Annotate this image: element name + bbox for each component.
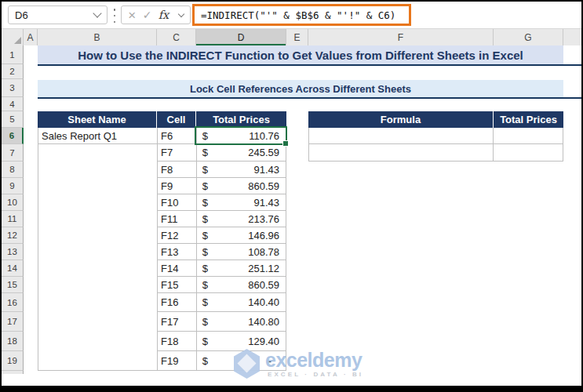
column-header-g[interactable]: G: [494, 29, 563, 45]
drag-dots-icon: [112, 9, 117, 23]
table-row: F14 $251.12: [158, 260, 286, 277]
row-header-6[interactable]: 6: [2, 128, 24, 144]
row-header-19[interactable]: 19: [2, 351, 24, 371]
row-header-15[interactable]: 15: [2, 277, 24, 293]
column-header-b[interactable]: B: [38, 29, 157, 45]
row-header-1[interactable]: 1: [2, 45, 24, 64]
price-value: 251.12: [248, 263, 279, 274]
cell-ref[interactable]: F19: [158, 351, 197, 371]
select-all-corner[interactable]: [2, 29, 24, 45]
cell-ref[interactable]: F12: [158, 227, 197, 244]
row-header-16[interactable]: 16: [2, 293, 24, 312]
currency-symbol: $: [202, 316, 208, 328]
table-row: F7 $245.59: [158, 144, 286, 162]
row-header-14[interactable]: 14: [2, 260, 24, 277]
cell-ref[interactable]: F9: [158, 178, 197, 194]
table1-header: Sheet Name Cell Total Prices: [38, 111, 286, 128]
cell-sheet-name[interactable]: Sales Report Q1: [38, 128, 157, 144]
name-box[interactable]: D6: [8, 5, 107, 24]
cell-price-empty[interactable]: [494, 144, 563, 162]
title-underline: [38, 64, 581, 66]
currency-symbol: $: [202, 197, 208, 209]
table-row: F16 $140.40: [158, 293, 286, 312]
currency-symbol: $: [202, 130, 208, 142]
price-value: 108.78: [248, 246, 279, 258]
insert-function-icon[interactable]: fx: [159, 9, 169, 21]
row-header-18[interactable]: 18: [2, 332, 24, 351]
cell-ref[interactable]: F18: [158, 332, 197, 351]
row-header-13[interactable]: 13: [2, 244, 24, 260]
cell-price[interactable]: $245.59: [197, 144, 286, 162]
table2-header-total-prices[interactable]: Total Prices: [494, 111, 563, 128]
sheet-name-column: Sales Report Q1: [38, 128, 157, 371]
table-row: F12 $146.96: [158, 227, 286, 244]
cell-price[interactable]: $91.43: [197, 194, 286, 211]
row-header-11[interactable]: 11: [2, 211, 24, 227]
cell-price[interactable]: $110.76: [197, 128, 286, 144]
row-header-17[interactable]: 17: [2, 312, 24, 332]
row-header-9[interactable]: 9: [2, 178, 24, 194]
column-header-e[interactable]: E: [286, 29, 308, 45]
cell-price[interactable]: $251.12: [197, 260, 286, 277]
column-header-f[interactable]: F: [308, 29, 494, 45]
cell-ref[interactable]: F10: [158, 194, 197, 211]
chevron-down-icon[interactable]: [93, 9, 101, 17]
cell-price[interactable]: $860.59: [197, 277, 286, 293]
cell-formula-empty[interactable]: [309, 128, 494, 144]
cell-price[interactable]: $146.96: [197, 227, 286, 244]
column-header-c[interactable]: C: [157, 29, 196, 45]
cell-ref[interactable]: F17: [158, 312, 197, 332]
enter-icon[interactable]: ✓: [143, 9, 152, 20]
cell-ref[interactable]: F7: [158, 144, 197, 162]
formula-bar: D6 × ✓ fx =INDIRECT("'" & $B$6 & "'!" & …: [2, 2, 581, 28]
cell-ref[interactable]: F8: [158, 162, 197, 178]
price-value: 146.96: [248, 230, 279, 241]
column-header-partial[interactable]: [563, 29, 581, 45]
cell-price[interactable]: $108.78: [197, 244, 286, 260]
table-row: [309, 144, 563, 162]
row-header-5[interactable]: 5: [2, 111, 24, 128]
cell-price[interactable]: $-: [197, 351, 286, 371]
cell-ref[interactable]: F6: [158, 128, 197, 144]
cell-formula-empty[interactable]: [309, 144, 494, 162]
name-box-value: D6: [15, 9, 94, 21]
row-header-7[interactable]: 7: [2, 144, 24, 162]
column-header-d[interactable]: D: [196, 29, 286, 45]
formula-input[interactable]: =INDIRECT("'" & $B$6 & "'!" & C6): [192, 4, 411, 26]
table-row: F6 $110.76: [158, 128, 286, 144]
cell-ref[interactable]: F13: [158, 244, 197, 260]
cell-price[interactable]: $213.76: [197, 211, 286, 227]
cell-price[interactable]: $860.59: [197, 178, 286, 194]
table-row: F17 $140.80: [158, 312, 286, 332]
cell-ref[interactable]: F15: [158, 277, 197, 293]
cell-price-empty[interactable]: [494, 128, 563, 144]
row-header-10[interactable]: 10: [2, 194, 24, 211]
row-header-strip: 1 2 3 4 5 6 7 8 9 10 11 12 13 14 15 16 1…: [2, 45, 24, 374]
row-header-4[interactable]: 4: [2, 97, 24, 111]
cell-price[interactable]: $129.40: [197, 332, 286, 351]
row-header-8[interactable]: 8: [2, 162, 24, 178]
price-value: 140.40: [248, 296, 279, 308]
table2-body: [308, 128, 563, 162]
table1-header-sheet-name[interactable]: Sheet Name: [38, 111, 157, 128]
cell-price[interactable]: $91.43: [197, 162, 286, 178]
currency-symbol: $: [202, 213, 208, 225]
table1-header-cell[interactable]: Cell: [157, 111, 196, 128]
watermark-tagline: EXCEL · DATA · BI: [265, 372, 363, 378]
cell-ref[interactable]: F11: [158, 211, 197, 227]
table1-header-total-prices[interactable]: Total Prices: [196, 111, 286, 128]
row-header-3[interactable]: 3: [2, 79, 24, 97]
cell-price[interactable]: $140.40: [197, 293, 286, 312]
cell-ref[interactable]: F16: [158, 293, 197, 312]
column-header-a[interactable]: A: [24, 29, 38, 45]
cell-ref[interactable]: F14: [158, 260, 197, 277]
table2-header-formula[interactable]: Formula: [308, 111, 494, 128]
table-row: F18 $129.40: [158, 332, 286, 351]
row-header-12[interactable]: 12: [2, 227, 24, 244]
cancel-icon[interactable]: ×: [128, 9, 136, 22]
price-value: 245.59: [248, 147, 279, 158]
row-header-2[interactable]: 2: [2, 64, 24, 79]
cell-price[interactable]: $140.80: [197, 312, 286, 332]
chevron-down-icon[interactable]: [177, 10, 184, 16]
frame-bottom: [0, 386, 583, 392]
